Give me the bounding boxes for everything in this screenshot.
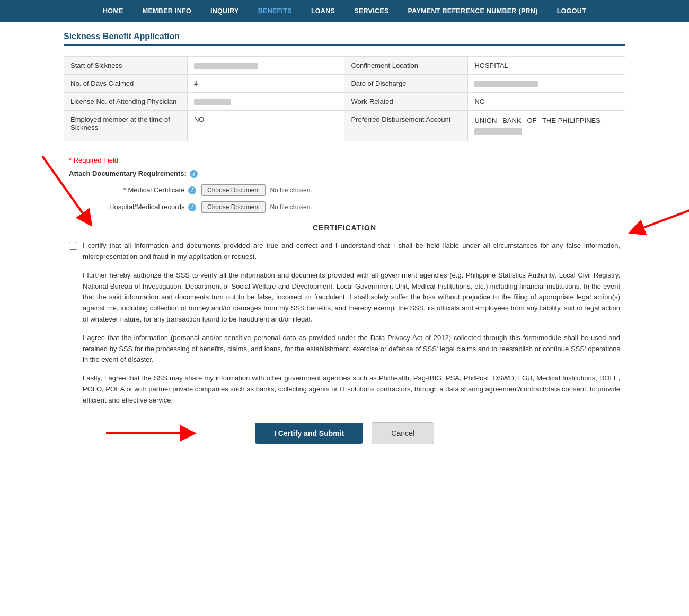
redacted-license xyxy=(194,99,231,105)
medical-cert-row: * Medical Certificate i Choose Document … xyxy=(90,184,620,196)
documentary-requirements-section: * Required Field Attach Documentary Requ… xyxy=(64,156,625,213)
value-disbursement: UNION BANK OF THE PHILIPPINES - xyxy=(468,111,625,141)
nav-inquiry[interactable]: INQUIRY xyxy=(201,1,249,21)
certification-paragraph-2: I further hereby authorize the SSS to ve… xyxy=(83,270,620,325)
svg-line-1 xyxy=(636,199,689,230)
hospital-records-label: Hospital/Medical records i xyxy=(90,203,196,211)
certification-section: CERTIFICATION I certify that all informa… xyxy=(69,224,620,406)
redacted-account xyxy=(474,128,522,135)
arrow-annotation-2 xyxy=(625,188,689,252)
hospital-records-choose-btn[interactable]: Choose Document xyxy=(201,201,266,213)
required-field-label: * Required Field xyxy=(69,156,620,164)
label-date-discharge: Date of Discharge xyxy=(344,75,468,93)
certification-paragraph-3: I agree that the information (personal a… xyxy=(83,333,620,365)
nav-home[interactable]: HOME xyxy=(93,1,133,21)
arrow-annotation-3 xyxy=(106,420,201,447)
redacted-date-discharge xyxy=(474,81,538,87)
redacted-start-sickness xyxy=(194,63,258,69)
certification-checkbox-row: I certify that all information and docum… xyxy=(69,240,620,263)
label-employed-member: Employed member at the time of Sickness xyxy=(64,111,188,141)
nav-prn[interactable]: PAYMENT REFERENCE NUMBER (PRN) xyxy=(399,1,547,21)
navigation: HOME MEMBER INFO INQUIRY BENEFITS LOANS … xyxy=(0,0,689,22)
nav-logout[interactable]: LOGOUT xyxy=(547,1,596,21)
certify-submit-button[interactable]: I Certify and Submit xyxy=(255,423,363,444)
medical-cert-choose-btn[interactable]: Choose Document xyxy=(201,184,266,196)
label-disbursement: Preferred Disbursement Account xyxy=(344,111,468,141)
certification-paragraph-1: I certify that all information and docum… xyxy=(83,240,620,263)
nav-loans[interactable]: LOANS xyxy=(302,1,344,21)
table-row: Employed member at the time of Sickness … xyxy=(64,111,625,141)
value-employed-member: NO xyxy=(187,111,344,141)
button-row: I Certify and Submit Cancel xyxy=(64,422,625,444)
value-work-related: NO xyxy=(468,93,625,111)
medical-cert-no-file: No file chosen. xyxy=(270,186,312,194)
page-content: Sickness Benefit Application Start of Si… xyxy=(53,22,636,466)
value-days-claimed: 4 xyxy=(187,75,344,93)
value-confinement-location: HOSPITAL xyxy=(468,57,625,75)
page-title: Sickness Benefit Application xyxy=(64,32,625,46)
medical-cert-label: * Medical Certificate i xyxy=(90,186,196,194)
label-confinement-location: Confinement Location xyxy=(344,57,468,75)
label-license-physician: License No. of Attending Physician xyxy=(64,93,188,111)
svg-line-0 xyxy=(42,156,87,220)
nav-benefits[interactable]: BENEFITS xyxy=(249,1,302,21)
cancel-button[interactable]: Cancel xyxy=(372,422,434,444)
certification-checkbox[interactable] xyxy=(69,242,77,250)
certification-paragraph-4: Lastly, I agree that the SSS may share m… xyxy=(83,373,620,406)
table-row: No. of Days Claimed 4 Date of Discharge xyxy=(64,75,625,93)
label-work-related: Work-Related xyxy=(344,93,468,111)
label-start-sickness: Start of Sickness xyxy=(64,57,188,75)
table-row: License No. of Attending Physician Work-… xyxy=(64,93,625,111)
medical-cert-info-icon[interactable]: i xyxy=(188,186,196,194)
hospital-records-info-icon[interactable]: i xyxy=(188,203,196,211)
attach-info-icon[interactable]: i xyxy=(190,170,198,178)
hospital-records-no-file: No file chosen. xyxy=(270,203,312,211)
nav-services[interactable]: SERVICES xyxy=(344,1,398,21)
attach-label: Attach Documentary Requirements: i xyxy=(69,169,620,178)
hospital-records-row: Hospital/Medical records i Choose Docume… xyxy=(90,201,620,213)
value-start-sickness xyxy=(187,57,344,75)
value-date-discharge xyxy=(468,75,625,93)
label-days-claimed: No. of Days Claimed xyxy=(64,75,188,93)
table-row: Start of Sickness Confinement Location H… xyxy=(64,57,625,75)
value-license-physician xyxy=(187,93,344,111)
info-table: Start of Sickness Confinement Location H… xyxy=(64,56,625,141)
nav-member-info[interactable]: MEMBER INFO xyxy=(133,1,201,21)
certification-title: CERTIFICATION xyxy=(69,224,620,232)
